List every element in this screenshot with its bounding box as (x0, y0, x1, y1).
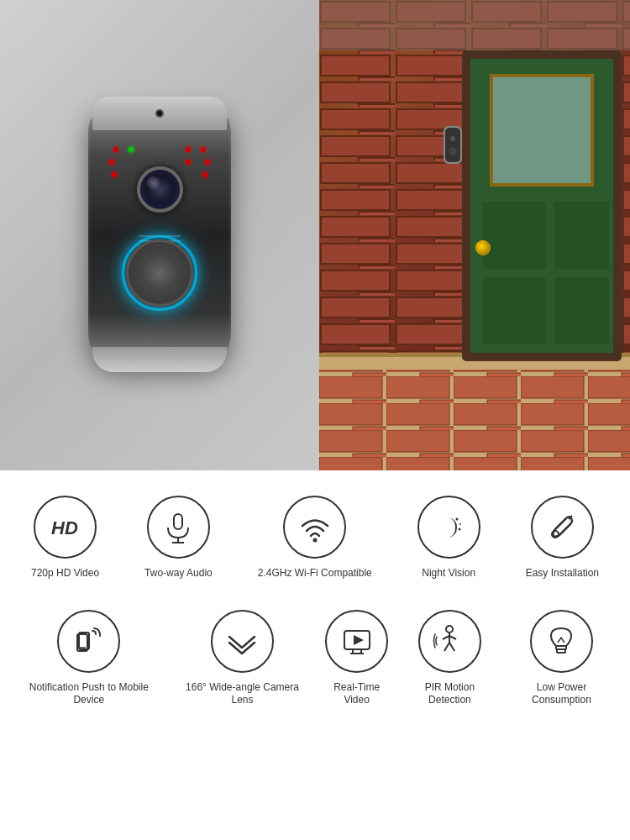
wide-angle-label: 166° Wide-angle Camera Lens (174, 681, 312, 707)
doorbell-bottom-bar (92, 347, 227, 372)
features-row-1: HD 720p HD Video Two-way Audio (8, 487, 622, 589)
svg-rect-29 (174, 514, 182, 529)
wifi-label: 2.4GHz Wi-Fi Compatible (258, 567, 372, 580)
feature-wifi: 2.4GHz Wi-Fi Compatible (254, 487, 376, 589)
feature-easy-install: Easy Installation (522, 487, 603, 589)
brick-svg (319, 0, 630, 470)
svg-rect-12 (319, 370, 630, 470)
night-icon-circle (417, 496, 480, 559)
notification-label: Notification Push to Mobile Device (13, 681, 165, 707)
play-icon-circle (325, 610, 388, 673)
lens-icon-circle (211, 610, 274, 673)
svg-point-46 (446, 626, 453, 633)
play-icon (340, 624, 374, 658)
svg-rect-15 (491, 76, 592, 185)
doorbell-sensor (155, 109, 164, 118)
feature-two-way-audio: Two-way Audio (140, 487, 217, 589)
svg-rect-19 (483, 277, 546, 344)
hero-background-photo (319, 0, 630, 470)
bulb-icon (544, 624, 578, 658)
svg-rect-18 (554, 202, 609, 269)
doorbell-button-area (118, 231, 202, 315)
realtime-label: Real-Time Video (319, 681, 393, 707)
night-icon (432, 511, 465, 544)
doorbell-top-bar (92, 97, 227, 130)
svg-point-32 (312, 538, 317, 542)
svg-text:HD: HD (51, 517, 78, 538)
feature-low-power: Low Power Consumption (501, 601, 622, 716)
feature-hd-video: HD 720p HD Video (27, 487, 103, 589)
motion-icon (433, 624, 466, 658)
svg-rect-20 (554, 277, 609, 344)
svg-point-35 (459, 528, 461, 530)
wifi-icon (298, 511, 332, 544)
svg-rect-53 (557, 649, 565, 653)
svg-point-26 (449, 147, 457, 155)
bulb-icon-circle (530, 610, 593, 673)
pir-label: PIR Motion Detection (402, 681, 497, 707)
svg-rect-27 (319, 0, 630, 50)
svg-line-50 (444, 643, 449, 651)
feature-notification: Notification Push to Mobile Device (8, 601, 170, 716)
motion-icon-circle (418, 610, 481, 673)
svg-point-25 (450, 136, 455, 141)
svg-line-49 (449, 636, 456, 639)
mobile-icon-circle (57, 610, 120, 673)
wrench-icon (545, 511, 579, 544)
svg-rect-17 (483, 202, 546, 269)
wifi-icon-circle (283, 496, 346, 559)
svg-line-48 (443, 636, 449, 639)
features-row-2: Notification Push to Mobile Device 166° … (8, 601, 622, 716)
hero-product-image (0, 0, 319, 470)
doorbell-device (88, 105, 231, 365)
hd-video-icon-circle: HD (34, 496, 97, 559)
hd-video-label: 720p HD Video (31, 567, 99, 580)
mobile-icon (72, 624, 106, 658)
two-way-audio-label: Two-way Audio (144, 567, 213, 580)
button-ring (122, 235, 197, 311)
svg-point-34 (459, 523, 461, 525)
svg-line-51 (449, 643, 454, 651)
camera-area (105, 147, 214, 231)
night-vision-label: Night Vision (422, 567, 475, 580)
feature-night-vision: Night Vision (413, 487, 485, 589)
brick-wall (319, 0, 630, 470)
svg-rect-24 (445, 128, 460, 162)
camera-lens (137, 166, 183, 213)
mic-icon (161, 511, 195, 544)
audio-icon-circle (147, 496, 210, 559)
feature-wide-angle: 166° Wide-angle Camera Lens (170, 601, 316, 716)
feature-pir: PIR Motion Detection (398, 601, 501, 716)
lens-icon (225, 624, 259, 658)
svg-point-22 (475, 240, 491, 255)
features-section: HD 720p HD Video Two-way Audio (0, 470, 630, 840)
easy-install-label: Easy Installation (526, 567, 599, 580)
hd-icon: HD (49, 511, 82, 544)
doorbell-button (126, 239, 193, 307)
feature-realtime: Real-Time Video (315, 601, 397, 716)
hero-section (0, 0, 630, 470)
svg-point-33 (456, 517, 459, 520)
svg-marker-42 (354, 635, 364, 645)
wrench-icon-circle (531, 496, 594, 559)
low-power-label: Low Power Consumption (506, 681, 617, 707)
